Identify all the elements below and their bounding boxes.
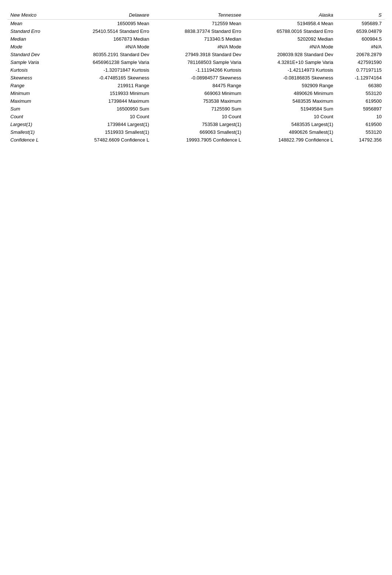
- s-value: 10: [336, 113, 385, 120]
- s-value: 14792.356: [336, 136, 385, 144]
- row-label: Confidence L: [7, 136, 60, 144]
- s-value: 619500: [336, 120, 385, 128]
- col-header-new-mexico: New Mexico: [7, 11, 60, 20]
- s-value: 600984.5: [336, 35, 385, 43]
- s-value: 553120: [336, 128, 385, 136]
- s-value: 595689.7: [336, 20, 385, 28]
- table-row: Mode#N/A Mode#N/A Mode#N/A Mode#N/A: [7, 43, 385, 51]
- row-label: Largest(1): [7, 120, 60, 128]
- s-value: 427591590: [336, 58, 385, 66]
- col-header-alaska: Alaska: [244, 11, 336, 20]
- new-mexico-value: 10 Count: [60, 113, 152, 120]
- tennessee-value: -0.08984577 Skewness: [152, 74, 244, 82]
- s-value: 5956897: [336, 105, 385, 113]
- tennessee-value: 7125590 Sum: [152, 105, 244, 113]
- tennessee-value: 713340.5 Median: [152, 35, 244, 43]
- tennessee-value: 753538 Maximum: [152, 97, 244, 105]
- new-mexico-value: 80355.2191 Standard Dev: [60, 51, 152, 58]
- tennessee-value: 669063 Smallest(1): [152, 128, 244, 136]
- alaska-value: 5202092 Median: [244, 35, 336, 43]
- row-label: Sum: [7, 105, 60, 113]
- alaska-value: 208039.928 Standard Dev: [244, 51, 336, 58]
- s-value: 20678.2879: [336, 51, 385, 58]
- tennessee-value: -1.11194266 Kurtosis: [152, 66, 244, 74]
- table-row: Standard Dev80355.2191 Standard Dev27949…: [7, 51, 385, 58]
- row-label: Minimum: [7, 89, 60, 97]
- row-label: Median: [7, 35, 60, 43]
- new-mexico-value: 1519933 Minimum: [60, 89, 152, 97]
- table-row: Sample Varia6456961238 Sample Varia78116…: [7, 58, 385, 66]
- table-row: Minimum1519933 Minimum669063 Minimum4890…: [7, 89, 385, 97]
- alaska-value: 51949584 Sum: [244, 105, 336, 113]
- new-mexico-value: -1.32071847 Kurtosis: [60, 66, 152, 74]
- new-mexico-value: 1739844 Maximum: [60, 97, 152, 105]
- alaska-value: 4.3281E+10 Sample Varia: [244, 58, 336, 66]
- table-row: Skewness-0.47485165 Skewness-0.08984577 …: [7, 74, 385, 82]
- s-value: #N/A: [336, 43, 385, 51]
- new-mexico-value: 1667873 Median: [60, 35, 152, 43]
- tennessee-value: #N/A Mode: [152, 43, 244, 51]
- alaska-value: -0.08186835 Skewness: [244, 74, 336, 82]
- new-mexico-value: 219911 Range: [60, 82, 152, 89]
- row-label: Mode: [7, 43, 60, 51]
- alaska-value: 10 Count: [244, 113, 336, 120]
- tennessee-value: 781168503 Sample Varia: [152, 58, 244, 66]
- row-label: Sample Varia: [7, 58, 60, 66]
- row-label: Count: [7, 113, 60, 120]
- s-value: 6539.04879: [336, 27, 385, 35]
- row-label: Standard Dev: [7, 51, 60, 58]
- new-mexico-value: 1739844 Largest(1): [60, 120, 152, 128]
- table-row: Count10 Count10 Count10 Count10: [7, 113, 385, 120]
- table-row: Smallest(1)1519933 Smallest(1)669063 Sma…: [7, 128, 385, 136]
- new-mexico-value: 16500950 Sum: [60, 105, 152, 113]
- table-row: Kurtosis-1.32071847 Kurtosis-1.11194266 …: [7, 66, 385, 74]
- table-row: Maximum1739844 Maximum753538 Maximum5483…: [7, 97, 385, 105]
- alaska-value: 148822.799 Confidence L: [244, 136, 336, 144]
- new-mexico-value: 1650095 Mean: [60, 20, 152, 28]
- col-header-delaware: Delaware: [60, 11, 152, 20]
- new-mexico-value: 57482.6609 Confidence L: [60, 136, 152, 144]
- s-value: 553120: [336, 89, 385, 97]
- tennessee-value: 84475 Range: [152, 82, 244, 89]
- row-label: Skewness: [7, 74, 60, 82]
- table-row: Mean1650095 Mean712559 Mean5194958.4 Mea…: [7, 20, 385, 28]
- alaska-value: 5483535 Largest(1): [244, 120, 336, 128]
- tennessee-value: 753538 Largest(1): [152, 120, 244, 128]
- table-row: Range219911 Range84475 Range592909 Range…: [7, 82, 385, 89]
- col-header-s: S: [336, 11, 385, 20]
- alaska-value: 5194958.4 Mean: [244, 20, 336, 28]
- alaska-value: #N/A Mode: [244, 43, 336, 51]
- alaska-value: -1.42114973 Kurtosis: [244, 66, 336, 74]
- tennessee-value: 669063 Minimum: [152, 89, 244, 97]
- row-label: Mean: [7, 20, 60, 28]
- s-value: 66380: [336, 82, 385, 89]
- s-value: -1.12974164: [336, 74, 385, 82]
- row-label: Kurtosis: [7, 66, 60, 74]
- row-label: Standard Erro: [7, 27, 60, 35]
- table-row: Confidence L57482.6609 Confidence L19993…: [7, 136, 385, 144]
- statistics-table: New Mexico Delaware Tennessee Alaska S M…: [7, 11, 385, 144]
- alaska-value: 4890626 Smallest(1): [244, 128, 336, 136]
- tennessee-value: 27949.3918 Standard Dev: [152, 51, 244, 58]
- row-label: Range: [7, 82, 60, 89]
- alaska-value: 5483535 Maximum: [244, 97, 336, 105]
- s-value: 619500: [336, 97, 385, 105]
- row-label: Smallest(1): [7, 128, 60, 136]
- new-mexico-value: -0.47485165 Skewness: [60, 74, 152, 82]
- tennessee-value: 10 Count: [152, 113, 244, 120]
- tennessee-value: 712559 Mean: [152, 20, 244, 28]
- s-value: 0.77197115: [336, 66, 385, 74]
- new-mexico-value: #N/A Mode: [60, 43, 152, 51]
- table-row: Standard Erro25410.5514 Standard Erro883…: [7, 27, 385, 35]
- table-row: Largest(1)1739844 Largest(1)753538 Large…: [7, 120, 385, 128]
- new-mexico-value: 1519933 Smallest(1): [60, 128, 152, 136]
- alaska-value: 4890626 Minimum: [244, 89, 336, 97]
- alaska-value: 65788.0016 Standard Erro: [244, 27, 336, 35]
- new-mexico-value: 25410.5514 Standard Erro: [60, 27, 152, 35]
- table-row: Sum16500950 Sum7125590 Sum51949584 Sum59…: [7, 105, 385, 113]
- row-label: Maximum: [7, 97, 60, 105]
- col-header-tennessee: Tennessee: [152, 11, 244, 20]
- tennessee-value: 8838.37374 Standard Erro: [152, 27, 244, 35]
- new-mexico-value: 6456961238 Sample Varia: [60, 58, 152, 66]
- alaska-value: 592909 Range: [244, 82, 336, 89]
